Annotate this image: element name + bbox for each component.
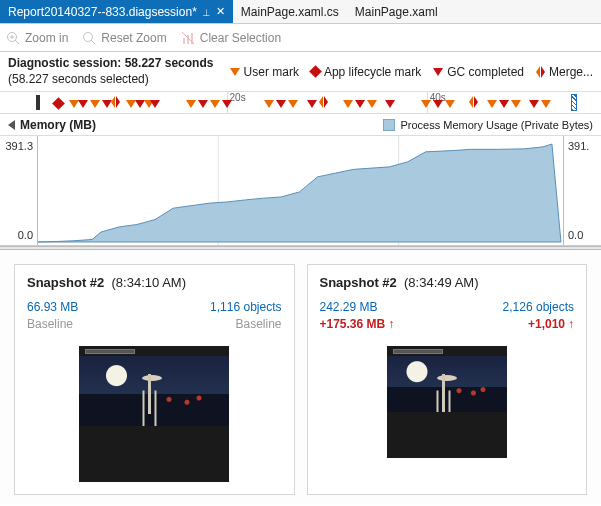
snapshot-thumbnail[interactable] [387,346,507,458]
swatch-icon [383,119,395,131]
y-max: 391.3 [5,140,33,152]
y-max-r: 391. [568,140,601,152]
svg-rect-6 [183,38,185,44]
snapshot-objects-link[interactable]: 1,116 objects [210,300,281,314]
reset-zoom-icon [82,31,96,45]
snapshot-size-delta[interactable]: +175.36 MB↑ [320,317,395,331]
baseline-label: Baseline [235,317,281,331]
tab-label: MainPage.xaml [355,5,438,19]
reset-zoom-button[interactable]: Reset Zoom [82,31,166,45]
snapshot-size-link[interactable]: 66.93 MB [27,300,78,314]
marker-legend: User mark App lifecycle mark GC complete… [230,65,593,79]
pin-icon[interactable]: ⟂ [203,6,210,18]
button-label: Clear Selection [200,31,281,45]
clear-selection-button[interactable]: Clear Selection [181,31,281,45]
up-arrow-icon: ↑ [388,317,394,331]
merge-icon [536,66,545,78]
baseline-label: Baseline [27,317,73,331]
memory-legend: Process Memory Usage (Private Bytes) [383,119,593,131]
zoom-in-icon [6,31,20,45]
tab-active-diagsession[interactable]: Report20140327--833.diagsession* ⟂ ✕ [0,0,233,23]
close-icon[interactable]: ✕ [216,5,225,18]
tab-label: Report20140327--833.diagsession* [8,5,197,19]
clear-selection-icon [181,31,195,45]
svg-rect-7 [187,35,189,44]
up-arrow-icon: ↑ [568,317,574,331]
lifecycle-marker [54,97,63,111]
y-min: 0.0 [18,229,33,241]
snapshot-objects-delta[interactable]: +1,010↑ [528,317,574,331]
tab-mainpage-xaml[interactable]: MainPage.xaml [347,0,446,23]
snapshot-card-2: Snapshot #2 (8:34:49 AM) 242.29 MB 2,126… [307,264,588,495]
snapshot-time: (8:34:10 AM) [112,275,186,290]
snapshot-title: Snapshot #2 [27,275,104,290]
snapshot-title: Snapshot #2 [320,275,397,290]
user-mark-icon [230,68,240,76]
tab-label: MainPage.xaml.cs [241,5,339,19]
svg-line-5 [91,40,95,44]
session-info: Diagnostic session: 58.227 seconds (58.2… [8,56,213,87]
snapshot-time: (8:34:49 AM) [404,275,478,290]
memory-chart[interactable]: 391.3 0.0 391. 0.0 [0,136,601,246]
button-label: Zoom in [25,31,68,45]
zoom-in-button[interactable]: Zoom in [6,31,68,45]
snapshot-objects-link[interactable]: 2,126 objects [503,300,574,314]
app-lifecycle-icon [309,65,322,78]
tab-mainpage-cs[interactable]: MainPage.xaml.cs [233,0,347,23]
memory-title: Memory (MB) [20,118,96,132]
timeline-ruler[interactable]: 20s 40s [0,92,601,114]
bar-marker [36,95,40,110]
collapse-icon[interactable] [8,120,15,130]
snapshot-size-link[interactable]: 242.29 MB [320,300,378,314]
button-label: Reset Zoom [101,31,166,45]
snapshot-card-1: Snapshot #2 (8:34:10 AM) 66.93 MB 1,116 … [14,264,295,495]
svg-line-1 [15,40,19,44]
y-min-r: 0.0 [568,229,601,241]
gc-icon [433,68,443,76]
selection-handle[interactable] [571,94,577,111]
snapshot-thumbnail[interactable] [79,346,229,482]
